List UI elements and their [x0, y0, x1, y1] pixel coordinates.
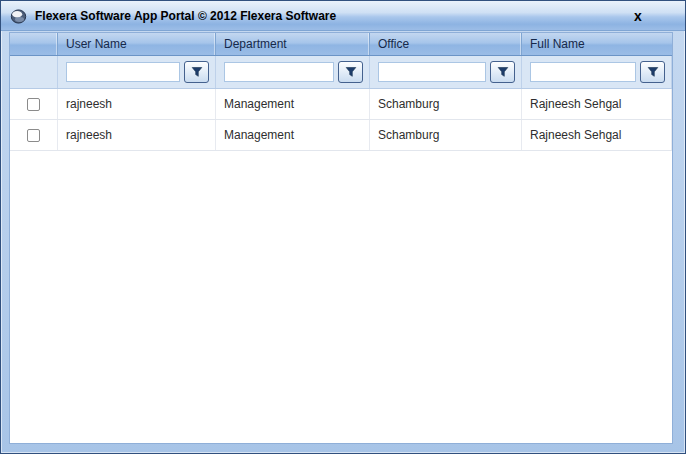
filter-cell-full-name — [522, 56, 672, 88]
header-cell-select — [10, 33, 58, 55]
row-checkbox[interactable] — [27, 98, 40, 111]
funnel-icon — [497, 66, 509, 78]
user-picker-panel: User Name Department Office Full Name — [9, 32, 673, 444]
filter-cell-office — [370, 56, 522, 88]
cell-full-name: Rajneesh Sehgal — [522, 120, 672, 150]
table-header-row: User Name Department Office Full Name — [10, 33, 672, 56]
office-filter-button[interactable] — [490, 61, 515, 83]
filter-cell-user-name — [58, 56, 216, 88]
header-cell-user-name[interactable]: User Name — [58, 33, 216, 55]
filter-cell-department — [216, 56, 370, 88]
empty-table-area — [10, 151, 672, 443]
dialog-window: Flexera Software App Portal © 2012 Flexe… — [0, 0, 686, 454]
header-cell-full-name[interactable]: Full Name — [522, 33, 672, 55]
cell-department: Management — [216, 89, 370, 119]
department-filter-button[interactable] — [338, 61, 363, 83]
filter-cell-blank — [10, 56, 58, 88]
full-name-filter-input[interactable] — [530, 62, 636, 82]
header-cell-department[interactable]: Department — [216, 33, 370, 55]
funnel-icon — [191, 66, 203, 78]
window-titlebar[interactable]: Flexera Software App Portal © 2012 Flexe… — [1, 1, 685, 31]
cell-user-name: rajneesh — [58, 89, 216, 119]
funnel-icon — [647, 66, 659, 78]
full-name-filter-button[interactable] — [640, 61, 665, 83]
funnel-icon — [345, 66, 357, 78]
office-filter-input[interactable] — [378, 62, 486, 82]
user-name-filter-input[interactable] — [66, 62, 180, 82]
close-button[interactable]: x — [627, 6, 649, 26]
department-filter-input[interactable] — [224, 62, 334, 82]
row-select-cell — [10, 89, 58, 119]
window-title: Flexera Software App Portal © 2012 Flexe… — [35, 9, 627, 23]
user-name-filter-button[interactable] — [184, 61, 209, 83]
cell-office: Schamburg — [370, 89, 522, 119]
row-checkbox[interactable] — [27, 129, 40, 142]
row-select-cell — [10, 120, 58, 150]
table-row: rajneesh Management Schamburg Rajneesh S… — [10, 89, 672, 120]
cell-office: Schamburg — [370, 120, 522, 150]
cell-department: Management — [216, 120, 370, 150]
table-filter-row — [10, 56, 672, 89]
header-cell-office[interactable]: Office — [370, 33, 522, 55]
table-row: rajneesh Management Schamburg Rajneesh S… — [10, 120, 672, 151]
cell-full-name: Rajneesh Sehgal — [522, 89, 672, 119]
cell-user-name: rajneesh — [58, 120, 216, 150]
app-portal-icon — [10, 8, 27, 24]
